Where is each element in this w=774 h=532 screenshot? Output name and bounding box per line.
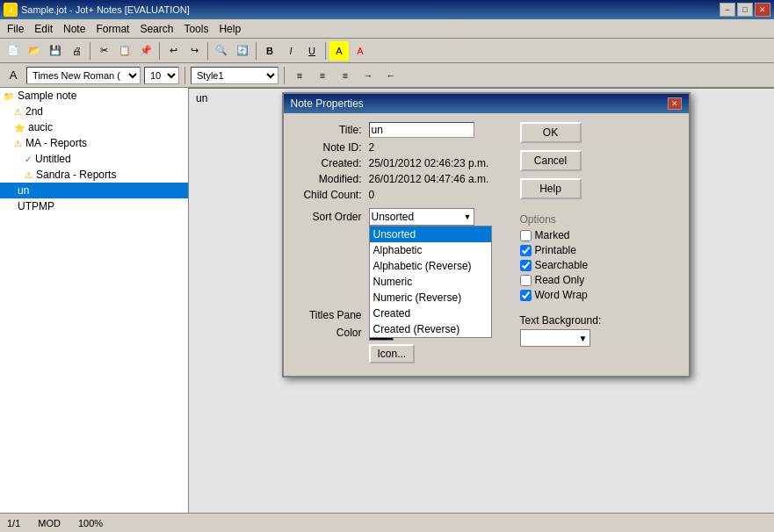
menu-edit[interactable]: Edit <box>29 21 58 37</box>
searchable-checkbox[interactable] <box>520 260 532 271</box>
title-bar: J Sample.jot - Jot+ Notes [EVALUATION] −… <box>0 0 774 19</box>
icon-button[interactable]: Icon... <box>369 344 416 363</box>
style-select[interactable]: Style1 <box>191 67 278 84</box>
printable-checkbox[interactable] <box>520 245 532 256</box>
bold-button[interactable]: B <box>260 41 279 61</box>
modified-value: 26/01/2012 04:47:46 a.m. <box>369 173 489 185</box>
cancel-button[interactable]: Cancel <box>520 150 582 171</box>
note-id-value: 2 <box>369 141 375 154</box>
main-toolbar: 📄 📂 💾 🖨 ✂ 📋 📌 ↩ ↪ 🔍 🔄 B I U A A <box>0 39 774 63</box>
save-button[interactable]: 💾 <box>46 41 65 61</box>
highlight-button[interactable]: A <box>329 41 349 61</box>
marked-checkbox[interactable] <box>520 230 532 241</box>
sort-order-selected: Unsorted <box>372 211 464 223</box>
check-icon-untitled: ✓ <box>25 155 32 164</box>
created-label: Created: <box>294 157 369 169</box>
sort-option-created[interactable]: Created <box>370 306 491 321</box>
cut-button[interactable]: ✂ <box>94 41 113 61</box>
print-button[interactable]: 🖨 <box>67 41 86 61</box>
maximize-button[interactable]: □ <box>737 3 753 17</box>
menu-help[interactable]: Help <box>213 21 246 37</box>
find-button[interactable]: 🔍 <box>212 41 231 61</box>
align-center-btn[interactable]: ≡ <box>313 66 332 85</box>
text-bg-arrow: ▼ <box>579 334 588 343</box>
app-icon-label: J <box>9 5 13 14</box>
sort-option-numeric-reverse[interactable]: Numeric (Reverse) <box>370 290 491 306</box>
help-button[interactable]: Help <box>520 178 582 199</box>
marked-row: Marked <box>520 229 678 241</box>
sidebar-label-utpmp: UTPMP <box>18 200 54 212</box>
dialog-close-button[interactable]: ✕ <box>668 97 682 110</box>
sidebar-item-ma-reports[interactable]: ⚠ MA - Reports <box>0 135 188 151</box>
star-icon-aucic: ⭐ <box>14 123 25 133</box>
indent-btn[interactable]: → <box>358 66 378 85</box>
sort-option-created-reverse[interactable]: Created (Reverse) <box>370 321 491 337</box>
text-background-button[interactable]: ▼ <box>520 329 590 347</box>
wordwrap-checkbox[interactable] <box>520 290 532 301</box>
sort-option-numeric[interactable]: Numeric <box>370 274 491 290</box>
dialog-title-text: Note Properties <box>291 97 364 110</box>
text-background-label: Text Background: <box>520 314 678 327</box>
text-background-section: Text Background: ▼ <box>520 314 678 347</box>
note-id-row: Note ID: 2 <box>294 141 511 154</box>
italic-button[interactable]: I <box>281 41 300 61</box>
menu-format[interactable]: Format <box>90 21 134 37</box>
dialog-title-bar: Note Properties ✕ <box>284 94 689 113</box>
copy-button[interactable]: 📋 <box>115 41 134 61</box>
modified-row: Modified: 26/01/2012 04:47:46 a.m. <box>294 173 511 185</box>
color-label: Color <box>294 327 369 339</box>
sort-option-alphabetic[interactable]: Alphabetic <box>370 242 491 258</box>
open-button[interactable]: 📂 <box>25 41 44 61</box>
searchable-label: Searchable <box>535 259 589 271</box>
paste-button[interactable]: 📌 <box>136 41 156 61</box>
sort-order-container: Unsorted ▼ Unsorted Alphabetic Alphabeti… <box>369 208 474 226</box>
underline-button[interactable]: U <box>302 41 322 61</box>
sort-option-unsorted[interactable]: Unsorted <box>370 226 491 242</box>
align-left-btn[interactable]: ≡ <box>290 66 309 85</box>
sidebar-item-utpmp[interactable]: UTPMP <box>0 198 188 214</box>
sort-order-dropdown[interactable]: Unsorted ▼ <box>369 208 474 226</box>
separator-5 <box>325 42 326 60</box>
icon-row: Icon... <box>369 344 511 363</box>
separator-2 <box>159 42 160 60</box>
title-label: Title: <box>294 124 369 136</box>
zoom-indicator: 100% <box>78 518 103 528</box>
title-input[interactable] <box>369 122 474 138</box>
app-icon: J <box>4 3 18 17</box>
replace-button[interactable]: 🔄 <box>233 41 252 61</box>
sidebar-item-un[interactable]: un <box>0 183 188 198</box>
outdent-btn[interactable]: ← <box>381 66 401 85</box>
ok-button[interactable]: OK <box>520 122 582 143</box>
close-button[interactable]: ✕ <box>755 3 770 17</box>
color-button[interactable]: A <box>351 41 370 61</box>
created-row: Created: 25/01/2012 02:46:23 p.m. <box>294 157 511 169</box>
align-right-btn[interactable]: ≡ <box>336 66 355 85</box>
undo-button[interactable]: ↩ <box>163 41 183 61</box>
sort-order-list: Unsorted Alphabetic Alphabetic (Reverse)… <box>369 226 492 338</box>
sidebar-item-aucic[interactable]: ⭐ aucic <box>0 119 188 135</box>
sidebar-label-ma-reports: MA - Reports <box>25 137 87 149</box>
note-id-label: Note ID: <box>294 141 369 154</box>
sidebar-item-untitled[interactable]: ✓ Untitled <box>0 151 188 167</box>
menu-bar: File Edit Note Format Search Tools Help <box>0 19 774 39</box>
child-count-label: Child Count: <box>294 189 369 201</box>
sidebar-item-sandra[interactable]: ⚠ Sandra - Reports <box>0 167 188 183</box>
sidebar-item-2nd[interactable]: ⚠ 2nd <box>0 104 188 119</box>
title-row: Title: <box>294 122 511 138</box>
sidebar-label-sandra: Sandra - Reports <box>36 169 116 181</box>
child-count-row: Child Count: 0 <box>294 189 511 201</box>
menu-tools[interactable]: Tools <box>178 21 213 37</box>
readonly-checkbox[interactable] <box>520 275 532 286</box>
menu-note[interactable]: Note <box>58 21 90 37</box>
new-button[interactable]: 📄 <box>4 41 23 61</box>
font-size-select[interactable]: 10 <box>144 67 179 84</box>
font-name-select[interactable]: Times New Roman ( <box>26 67 141 84</box>
minimize-button[interactable]: − <box>720 3 735 17</box>
menu-file[interactable]: File <box>2 21 29 37</box>
child-count-value: 0 <box>369 189 375 201</box>
redo-button[interactable]: ↪ <box>184 41 204 61</box>
sidebar-item-sample-note[interactable]: 📁 Sample note <box>0 88 188 104</box>
title-bar-left: J Sample.jot - Jot+ Notes [EVALUATION] <box>4 3 190 17</box>
sort-option-alphabetic-reverse[interactable]: Alphabetic (Reverse) <box>370 258 491 274</box>
menu-search[interactable]: Search <box>134 21 178 37</box>
